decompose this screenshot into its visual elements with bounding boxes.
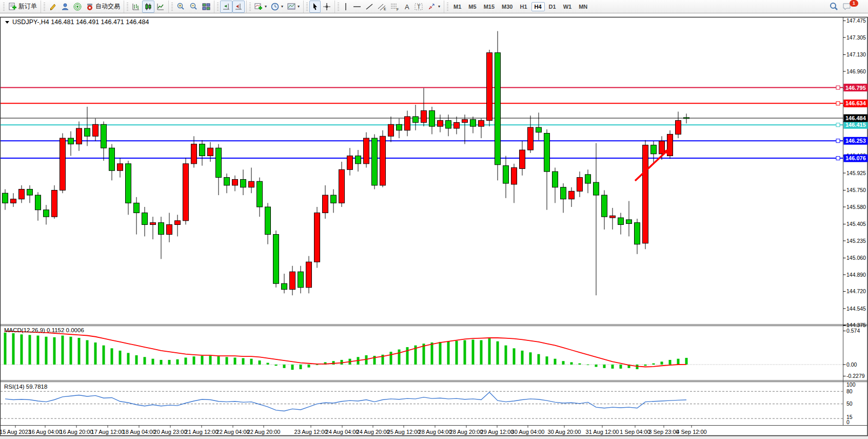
price-tick-label: 147.305 [846, 34, 866, 41]
macd-bar [111, 348, 113, 365]
trendline-button[interactable] [363, 1, 376, 13]
line-chart-button[interactable] [154, 1, 167, 13]
time-tick-label: 16 Aug 04:00 [29, 429, 62, 435]
candlestick-chart-button[interactable] [142, 1, 154, 13]
crosshair-button[interactable] [321, 1, 333, 13]
timeframe-m15[interactable]: M15 [481, 2, 498, 11]
channel-button[interactable]: E [376, 1, 388, 13]
candle [643, 140, 648, 249]
timeframe-h1[interactable]: H1 [517, 2, 530, 11]
candle [60, 133, 66, 194]
candle [183, 158, 189, 224]
line-handle[interactable] [836, 139, 840, 143]
macd-bar [620, 365, 622, 369]
profile-button[interactable] [47, 1, 59, 13]
autotrading-button-label: 自动交易 [95, 2, 120, 11]
chevron-down-icon[interactable]: ▾ [281, 4, 283, 9]
timeframe-d1[interactable]: D1 [546, 2, 559, 11]
crosshair-icon [323, 3, 331, 11]
fibonacci-button[interactable]: F [388, 1, 401, 13]
macd-bar [242, 358, 245, 365]
timeframe-group: M1M5M15M30H1H4D1W1MN [445, 1, 593, 13]
time-tick-label: 22 Aug 04:00 [216, 429, 250, 435]
chevron-down-icon[interactable]: ▾ [265, 4, 267, 9]
indicators-button[interactable]: ▾ [252, 1, 269, 13]
time-tick-label: 15 Aug 2023 [0, 429, 31, 435]
arrows-icon [427, 3, 436, 11]
timeframe-m1[interactable]: M1 [450, 2, 464, 11]
timeframe-h4[interactable]: H4 [531, 2, 545, 11]
zoom-out-button[interactable] [187, 1, 200, 13]
tlabel-icon: T [415, 3, 423, 11]
timeframe-w1[interactable]: W1 [560, 2, 575, 11]
vertical-line-button[interactable] [341, 1, 351, 13]
autotrading-button[interactable]: 自动交易 [84, 1, 122, 13]
macd-bar [291, 365, 294, 370]
community-icon [61, 3, 69, 11]
macd-bar [144, 357, 146, 365]
timeframe-m30[interactable]: M30 [499, 2, 516, 11]
macd-bar [554, 359, 557, 365]
chevron-down-icon[interactable]: ▾ [298, 4, 300, 9]
time-tick-label: 24 Aug 04:00 [326, 429, 359, 435]
macd-bar [579, 364, 581, 365]
timeframe-m5[interactable]: M5 [465, 2, 479, 11]
price-tick-label: 147.475 [846, 17, 866, 24]
price-tag-label: 146.484 [845, 115, 866, 121]
new-order-button-label: 新订单 [18, 2, 37, 11]
macd-bar [439, 342, 442, 365]
time-tick-label: 22 Aug 20:00 [247, 429, 281, 435]
autotrading-icon [86, 3, 94, 11]
bar-chart-button[interactable] [130, 1, 142, 13]
macd-bar [480, 340, 483, 365]
signals-button[interactable] [71, 1, 84, 13]
toolbar-group [170, 1, 214, 13]
chart-shift-button[interactable] [232, 1, 245, 13]
price-tick-label: 144.545 [846, 306, 866, 312]
macd-bar [423, 343, 425, 365]
line-handle[interactable] [836, 157, 840, 160]
candle [380, 130, 386, 187]
arrows-button[interactable]: ▾ [425, 1, 442, 13]
text-button[interactable]: A [401, 1, 412, 13]
time-tick-label: 16 Aug 20:00 [60, 429, 93, 435]
cursor-button[interactable] [309, 1, 321, 13]
macd-bar [636, 365, 639, 369]
time-tick-label: 24 Aug 20:00 [357, 429, 390, 435]
templates-button[interactable]: ▾ [285, 1, 302, 13]
macd-bar [234, 357, 236, 365]
candle [314, 207, 320, 268]
line-handle[interactable] [836, 86, 840, 89]
macd-bar [103, 346, 105, 365]
macd-bar [685, 358, 688, 365]
chat-button[interactable]: 1 [840, 1, 864, 13]
text-label-button[interactable]: T [412, 1, 425, 13]
macd-bar [661, 361, 663, 365]
tile-windows-button[interactable] [200, 1, 212, 13]
zoomin-icon [176, 3, 185, 11]
macd-bar [513, 348, 516, 365]
auto-scroll-button[interactable] [220, 1, 232, 13]
chevron-down-icon[interactable]: ▾ [438, 4, 440, 9]
autoscroll-icon [222, 3, 230, 11]
price-tag-label: 146.076 [845, 155, 866, 161]
macd-bar [160, 360, 163, 365]
new-order-button[interactable]: 新订单 [6, 1, 39, 13]
zoom-in-button[interactable] [174, 1, 187, 13]
search-button[interactable] [827, 1, 840, 13]
macd-bar [37, 336, 40, 365]
macd-bar [456, 341, 458, 365]
toolbar-group: 新订单 [2, 1, 41, 13]
macd-bar [127, 353, 130, 365]
macd-bar [669, 360, 672, 365]
macd-bar [259, 360, 261, 365]
template-icon [287, 3, 295, 11]
community-button[interactable] [59, 1, 71, 13]
price-tick-label: 145.060 [846, 255, 866, 261]
timeframe-mn[interactable]: MN [576, 2, 590, 11]
horizontal-line-button[interactable] [351, 1, 363, 13]
periods-button[interactable]: ▾ [269, 1, 285, 13]
line-handle[interactable] [836, 123, 840, 127]
line-handle[interactable] [836, 102, 840, 105]
mt4-window: 新订单自动交易▾▾▾EFAT▾M1M5M15M30H1H4D1W1MN1 147… [0, 0, 868, 439]
